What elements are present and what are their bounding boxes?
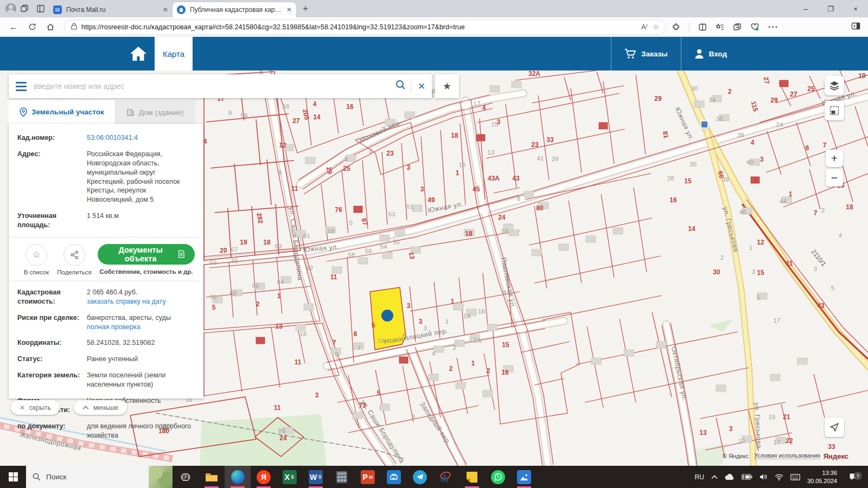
- clock[interactable]: 13:36 30.05.2024: [807, 469, 837, 485]
- tab-close-icon[interactable]: ✕: [163, 6, 168, 14]
- minimize-button[interactable]: –: [793, 0, 818, 17]
- menu-icon[interactable]: [9, 82, 34, 91]
- close-button[interactable]: ×: [843, 0, 868, 17]
- excel-button[interactable]: X≣: [277, 466, 303, 488]
- wifi-icon[interactable]: [775, 474, 783, 480]
- whatsapp-button[interactable]: [485, 466, 511, 488]
- add-to-list-button[interactable]: ☆ В список: [17, 244, 55, 275]
- svg-text:2: 2: [487, 367, 490, 375]
- full-check-link[interactable]: полная проверка: [87, 323, 141, 332]
- favorites-button[interactable]: ★: [435, 74, 459, 98]
- order-statement-link[interactable]: заказать справку на дату: [87, 297, 166, 306]
- volume-icon[interactable]: [760, 473, 768, 480]
- language-indicator[interactable]: RU: [695, 473, 704, 481]
- photos-button[interactable]: [511, 466, 537, 488]
- star-outline-icon[interactable]: ☆: [25, 244, 47, 266]
- search-icon[interactable]: [390, 80, 411, 93]
- svg-text:20: 20: [220, 247, 227, 254]
- notification-center-button[interactable]: 7: [844, 473, 863, 481]
- tab-building[interactable]: Дом (здание): [115, 100, 195, 124]
- more-menu-icon[interactable]: ···: [768, 22, 778, 32]
- svg-text:18: 18: [263, 239, 271, 246]
- sticky-notes-button[interactable]: [459, 466, 485, 488]
- back-icon[interactable]: ←: [4, 20, 23, 35]
- search-highlight-image[interactable]: [149, 466, 173, 488]
- terms-of-use-link[interactable]: Условия использования: [754, 452, 820, 459]
- svg-text:62: 62: [307, 265, 314, 271]
- object-documents-button[interactable]: Документы объекта: [98, 244, 195, 265]
- svg-text:29: 29: [770, 97, 778, 104]
- read-aloud-icon[interactable]: A): [641, 23, 647, 31]
- svg-text:56: 56: [283, 103, 290, 110]
- search-icon: [33, 473, 41, 481]
- sidebar-toggle-icon[interactable]: [851, 22, 860, 33]
- header-right: Заказы Вход: [611, 37, 868, 70]
- share-icon[interactable]: [63, 244, 85, 266]
- layers-button[interactable]: [825, 76, 844, 95]
- browser-essentials-icon[interactable]: [750, 23, 760, 31]
- new-tab-button[interactable]: +: [303, 3, 308, 14]
- tab-close-icon[interactable]: ✕: [286, 6, 292, 14]
- favorite-star-icon[interactable]: ☆: [653, 23, 659, 31]
- site-home-button[interactable]: [122, 37, 155, 70]
- svg-text:1: 1: [451, 298, 455, 305]
- snipping-tool-button[interactable]: [433, 466, 459, 488]
- search-input[interactable]: [34, 82, 390, 91]
- svg-text:27: 27: [292, 117, 300, 125]
- svg-text:1: 1: [749, 245, 752, 251]
- collections-icon[interactable]: [733, 23, 742, 31]
- address-bar[interactable]: https://rosreestr-doc.ru/кадастровая_кар…: [64, 20, 666, 35]
- tab-map[interactable]: Карта: [155, 37, 193, 70]
- tab-land-parcel[interactable]: Земельный участок: [9, 100, 115, 124]
- cad-number-link[interactable]: 53:06:0010341:4: [87, 133, 138, 143]
- extensions-icon[interactable]: [672, 23, 680, 31]
- browser-tab-mail[interactable]: ✉ Почта Mail.ru ✕: [49, 3, 173, 16]
- geolocate-button[interactable]: [825, 418, 844, 437]
- building-icon: [126, 108, 135, 117]
- powerpoint-button[interactable]: P▤: [355, 466, 381, 488]
- file-explorer-button[interactable]: [199, 466, 225, 488]
- yandex-browser-button[interactable]: Я: [251, 466, 277, 488]
- split-screen-icon[interactable]: [698, 23, 707, 31]
- svg-text:10: 10: [738, 438, 745, 444]
- scanner-app-button[interactable]: [381, 466, 407, 488]
- share-button[interactable]: Поделиться: [55, 244, 93, 275]
- svg-text:7: 7: [333, 339, 336, 346]
- zoom-out-button[interactable]: −: [826, 169, 843, 187]
- task-view-button[interactable]: [173, 466, 199, 488]
- zoom-in-button[interactable]: +: [826, 150, 843, 167]
- profile-avatar[interactable]: [5, 3, 16, 14]
- start-button[interactable]: [0, 466, 26, 488]
- battery-icon[interactable]: [742, 474, 752, 480]
- home-icon[interactable]: [41, 20, 60, 35]
- svg-text:66: 66: [252, 282, 259, 289]
- orders-button[interactable]: Заказы: [611, 37, 681, 70]
- onedrive-icon[interactable]: [725, 474, 735, 480]
- word-button[interactable]: W≣: [303, 466, 329, 488]
- calculator-button[interactable]: [329, 466, 355, 488]
- svg-text:33: 33: [828, 443, 835, 451]
- panel-actions: ☆ В список Поделиться Документы объекта …: [17, 244, 195, 275]
- touch-keyboard-icon[interactable]: [790, 474, 800, 480]
- taskbar-search[interactable]: Поиск: [26, 466, 173, 488]
- clear-search-icon[interactable]: ✕: [411, 81, 432, 92]
- workspaces-icon[interactable]: [16, 2, 33, 15]
- refresh-icon[interactable]: [23, 20, 41, 35]
- svg-text:43: 43: [512, 175, 520, 182]
- hide-panel-button[interactable]: ✕ скрыть: [11, 400, 60, 415]
- parcel-info-panel: Кад.номер: 53:06:0010341:4 Адрес: Россий…: [9, 124, 203, 399]
- login-button[interactable]: Вход: [681, 37, 868, 70]
- vertical-tabs-icon[interactable]: [33, 2, 49, 15]
- browser-tab-cadastral-map[interactable]: Публичная кадастровая карта 2 ✕: [173, 2, 296, 17]
- measure-extent-button[interactable]: [825, 101, 844, 120]
- restore-button[interactable]: ❐: [818, 0, 843, 17]
- telegram-button[interactable]: [407, 466, 433, 488]
- svg-text:2: 2: [821, 207, 825, 214]
- url-text[interactable]: https://rosreestr-doc.ru/кадастровая_кар…: [81, 23, 636, 31]
- less-panel-button[interactable]: меньше: [74, 400, 127, 415]
- edge-browser-button[interactable]: [225, 466, 251, 488]
- svg-text:3: 3: [407, 302, 411, 310]
- svg-text:27: 27: [790, 91, 797, 98]
- favorites-bar-icon[interactable]: [716, 23, 724, 31]
- hidden-icons-chevron[interactable]: [711, 475, 718, 479]
